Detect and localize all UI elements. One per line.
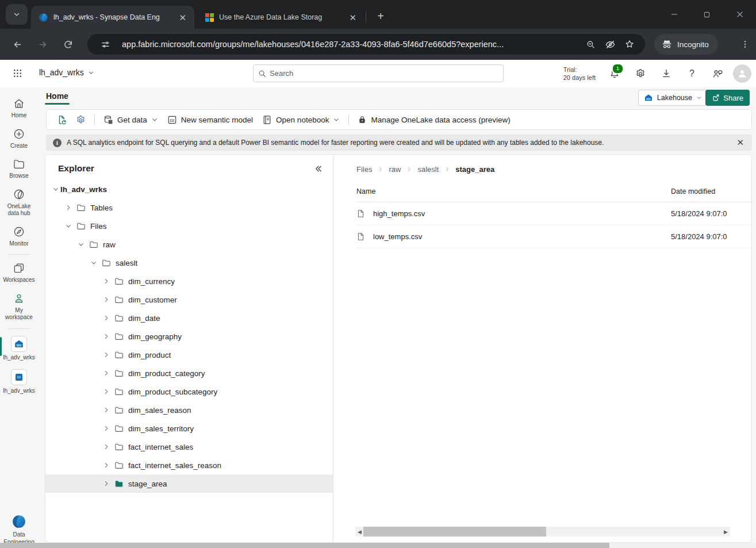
tree-item-stage-area[interactable]: stage_area [45, 474, 333, 493]
tree-item-dim-customer[interactable]: dim_customer [45, 290, 333, 309]
maximize-button[interactable] [690, 0, 723, 29]
tab-search-button[interactable] [6, 4, 28, 25]
chevron-right-icon[interactable] [102, 313, 111, 323]
global-search[interactable] [253, 64, 504, 82]
tree-item-dim-product[interactable]: dim_product [45, 346, 333, 364]
tree-item-files[interactable]: Files [45, 217, 333, 235]
notifications-button[interactable]: 1 [601, 64, 627, 83]
new-tab-button[interactable]: + [373, 8, 389, 24]
tree-item-dim-sales-reason[interactable]: dim_sales_reason [45, 401, 333, 419]
item-type-selector[interactable]: Lakehouse [638, 90, 708, 106]
browser-tab-azure-doc[interactable]: Use the Azure Data Lake Storag ✕ [198, 6, 364, 29]
get-data-button[interactable]: Get data [99, 112, 163, 128]
waffle-menu-icon[interactable] [13, 68, 22, 78]
scroll-left-arrow[interactable]: ◀ [355, 529, 364, 535]
url-text[interactable]: app.fabric.microsoft.com/groups/me/lakeh… [122, 40, 581, 49]
rail-item-create[interactable]: Create [0, 124, 38, 154]
tab-close-icon[interactable]: ✕ [347, 12, 359, 23]
tree-item-saleslt[interactable]: saleslt [45, 254, 333, 272]
column-header-date-modified[interactable]: Date modified [671, 187, 751, 196]
breadcrumb-chevron-icon [406, 166, 412, 173]
chevron-right-icon[interactable] [102, 479, 111, 488]
chevron-right-icon[interactable] [102, 387, 111, 396]
search-input[interactable] [270, 69, 498, 78]
breadcrumb-saleslt[interactable]: saleslt [417, 165, 439, 174]
address-bar[interactable]: app.fabric.microsoft.com/groups/me/lakeh… [87, 34, 645, 55]
rail-item-home[interactable]: Home [0, 93, 38, 124]
breadcrumb-files[interactable]: Files [356, 165, 372, 174]
collapse-panel-icon[interactable] [314, 164, 323, 173]
chevron-down-icon[interactable] [76, 240, 86, 249]
minimize-button[interactable] [658, 0, 690, 29]
tree-item-tables[interactable]: Tables [45, 198, 333, 217]
chevron-right-icon[interactable] [102, 295, 111, 304]
file-row-low-temps-csv[interactable]: low_temps.csv5/18/2024 9:07:0 [356, 225, 751, 248]
tree-item-fact-internet-sales[interactable]: fact_internet_sales [45, 438, 333, 456]
zoom-icon[interactable] [581, 36, 600, 52]
reload-button[interactable] [60, 36, 76, 52]
manage-onelake-data-access-preview-button[interactable]: Manage OneLake data access (preview) [353, 112, 515, 128]
chevron-down-icon[interactable] [89, 258, 98, 267]
scrollbar-thumb[interactable] [0, 543, 609, 548]
settings-button[interactable] [627, 64, 653, 83]
breadcrumb-raw[interactable]: raw [389, 165, 401, 174]
tree-item-dim-sales-territory[interactable]: dim_sales_territory [45, 419, 333, 438]
scroll-right-arrow[interactable]: ▶ [722, 529, 730, 535]
page-horizontal-scrollbar[interactable] [0, 543, 756, 548]
tree-item-dim-currency[interactable]: dim_currency [45, 272, 333, 290]
rail-item-workspaces[interactable]: Workspaces [0, 258, 38, 288]
open-notebook-button[interactable]: Open notebook [258, 112, 344, 128]
question-mark-icon: ? [689, 68, 694, 79]
tree-item-dim-product-category[interactable]: dim_product_category [45, 364, 333, 382]
rail-item-browse[interactable]: Browse [0, 154, 38, 184]
chevron-right-icon[interactable] [102, 405, 111, 415]
browser-menu-icon[interactable] [737, 36, 753, 52]
tree-item-dim-product-subcategory[interactable]: dim_product_subcategory [45, 382, 333, 401]
chevron-right-icon[interactable] [64, 203, 73, 212]
rail-item-lh-adv-wrks[interactable]: lh_adv_wrks [0, 332, 38, 366]
chevron-down-icon[interactable] [51, 185, 60, 194]
help-button[interactable]: ? [679, 64, 705, 83]
site-info-icon[interactable] [95, 36, 115, 52]
tree-item-dim-date[interactable]: dim_date [45, 309, 333, 327]
tree-item-fact-internet-sales-reason[interactable]: fact_internet_sales_reason [45, 456, 333, 474]
refresh-doc-button[interactable] [52, 112, 71, 128]
chevron-down-icon[interactable] [64, 221, 73, 231]
account-avatar[interactable] [733, 64, 751, 83]
tab-close-icon[interactable]: ✕ [176, 12, 189, 23]
column-header-name[interactable]: Name [356, 187, 671, 196]
chevron-right-icon[interactable] [102, 350, 111, 359]
eye-off-icon[interactable] [600, 36, 620, 52]
workspace-switcher[interactable]: lh_adv_wrks [39, 68, 94, 77]
downloads-button[interactable] [653, 64, 679, 83]
chevron-right-icon[interactable] [102, 369, 111, 378]
rail-item-my-workspace[interactable]: My workspace [0, 288, 38, 325]
breadcrumb-stage-area[interactable]: stage_area [455, 165, 494, 174]
tree-item-raw[interactable]: raw [45, 235, 333, 254]
scrollbar-thumb[interactable] [363, 527, 546, 536]
rail-item-lh-adv-wrks[interactable]: lh_adv_wrks [0, 365, 38, 399]
close-button[interactable] [723, 0, 756, 29]
feedback-button[interactable] [705, 64, 731, 83]
share-button[interactable]: Share [705, 90, 750, 106]
chevron-right-icon[interactable] [102, 461, 111, 470]
forward-button[interactable] [34, 36, 51, 52]
chevron-right-icon[interactable] [102, 424, 111, 433]
bookmark-star-icon[interactable] [620, 36, 639, 52]
browser-tab-fabric[interactable]: lh_adv_wrks - Synapse Data Eng ✕ [31, 6, 194, 29]
back-button[interactable] [9, 36, 25, 52]
horizontal-scrollbar[interactable]: ◀ ▶ [355, 527, 730, 536]
settings-gear-button[interactable] [71, 112, 90, 128]
new-semantic-model-button[interactable]: New semantic model [163, 112, 258, 128]
tab-title: Use the Azure Data Lake Storag [219, 13, 341, 21]
rail-item-onelake-data-hub[interactable]: OneLake data hub [0, 184, 38, 221]
tree-item-lh-adv-wrks[interactable]: lh_adv_wrks [45, 180, 333, 198]
banner-close-icon[interactable]: ✕ [735, 137, 745, 148]
chevron-right-icon[interactable] [102, 442, 111, 451]
chevron-right-icon[interactable] [102, 277, 111, 286]
rail-item-monitor[interactable]: Monitor [0, 221, 38, 252]
tab-home[interactable]: Home [45, 91, 70, 105]
file-row-high-temps-csv[interactable]: high_temps.csv5/18/2024 9:07:0 [356, 202, 751, 225]
chevron-right-icon[interactable] [102, 332, 111, 341]
tree-item-dim-geography[interactable]: dim_geography [45, 327, 333, 346]
